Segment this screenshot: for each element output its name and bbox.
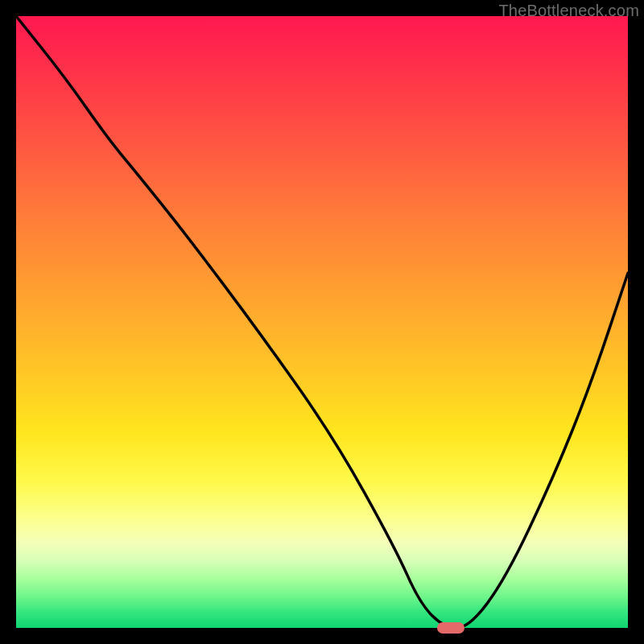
- curve-path: [16, 16, 628, 628]
- optimal-marker: [437, 622, 464, 634]
- plot-area: [16, 16, 628, 628]
- bottleneck-curve: [16, 16, 628, 628]
- chart-frame: TheBottleneck.com: [0, 0, 644, 644]
